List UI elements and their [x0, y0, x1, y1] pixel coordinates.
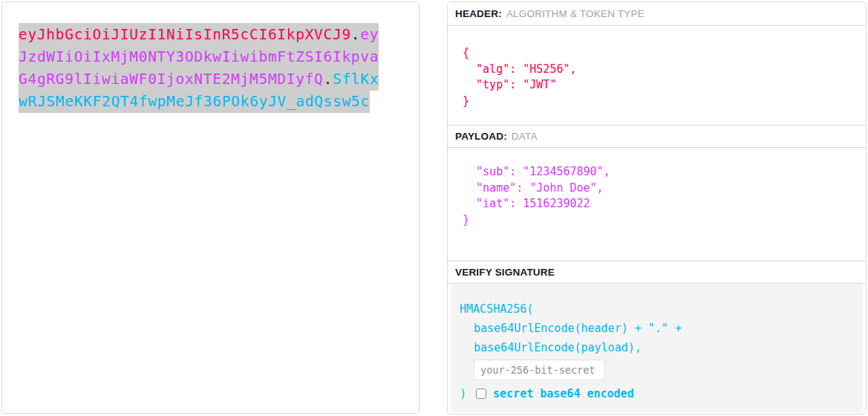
header-json-editor[interactable]: { "alg": "HS256", "typ": "JWT" }	[448, 26, 866, 126]
header-section-bar: HEADER: ALGORITHM & TOKEN TYPE	[448, 2, 866, 26]
token-dot-separator-2: .	[324, 68, 333, 91]
signature-line-encode-header: base64UrlEncode(header) + "." +	[474, 319, 863, 338]
signature-area: HMACSHA256( base64UrlEncode(header) + ".…	[448, 284, 866, 414]
header-section-sublabel: ALGORITHM & TOKEN TYPE	[506, 8, 645, 19]
payload-section-sublabel: DATA	[512, 131, 538, 142]
secret-input[interactable]	[474, 360, 605, 380]
payload-section-bar: PAYLOAD: DATA	[448, 126, 866, 148]
signature-line-hmacsha256: HMACSHA256(	[460, 299, 863, 319]
secret-base64-label[interactable]: secret base64 encoded	[493, 384, 634, 403]
token-header-segment[interactable]: eyJhbGciOiJIUzI1NiIsInR5cCI6IkpXVCJ9	[19, 23, 351, 46]
header-section-label: HEADER:	[455, 8, 502, 19]
decoded-panel: HEADER: ALGORITHM & TOKEN TYPE { "alg": …	[447, 1, 867, 415]
secret-base64-checkbox[interactable]	[476, 389, 486, 399]
payload-section-label: PAYLOAD:	[455, 131, 507, 142]
signature-closing-paren: )	[460, 384, 466, 403]
payload-json-editor[interactable]: "sub": "1234567890", "name": "John Doe",…	[448, 148, 866, 261]
signature-last-row: ) secret base64 encoded	[460, 384, 863, 403]
token-dot-separator-1: .	[351, 23, 360, 46]
verify-signature-label: VERIFY SIGNATURE	[455, 267, 555, 278]
signature-line-encode-payload: base64UrlEncode(payload),	[474, 338, 863, 357]
signature-formula-box: HMACSHA256( base64UrlEncode(header) + ".…	[451, 285, 863, 412]
verify-signature-section-bar: VERIFY SIGNATURE	[448, 261, 866, 284]
encoded-token-panel: eyJhbGciOiJIUzI1NiIsInR5cCI6IkpXVCJ9.eyJ…	[1, 1, 420, 414]
encoded-token-editor[interactable]: eyJhbGciOiJIUzI1NiIsInR5cCI6IkpXVCJ9.eyJ…	[19, 24, 384, 113]
